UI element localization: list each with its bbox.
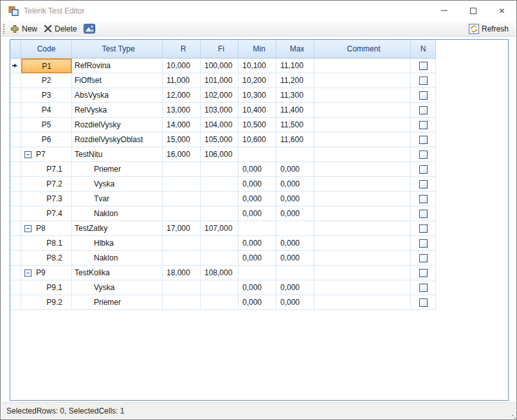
table-row[interactable]: P7.3 Tvar 0,000 0,000: [10, 192, 436, 206]
cell-comment[interactable]: [314, 236, 411, 251]
code-cell[interactable]: P4: [21, 103, 72, 118]
cell-min[interactable]: 0,000: [239, 295, 277, 310]
cell-comment[interactable]: [314, 132, 411, 147]
cell-r[interactable]: 16,000: [163, 147, 201, 162]
n-checkbox[interactable]: [419, 239, 428, 248]
code-cell[interactable]: P5: [21, 118, 72, 132]
cell-max[interactable]: [277, 266, 314, 280]
table-row[interactable]: P7 TestNitu 16,000 106,000: [10, 147, 436, 162]
cell-max[interactable]: 0,000: [277, 177, 314, 192]
n-checkbox[interactable]: [419, 180, 428, 188]
cell-min[interactable]: 0,000: [239, 177, 277, 192]
code-cell[interactable]: P3: [21, 88, 72, 103]
header-fi[interactable]: Fi: [201, 40, 239, 59]
code-cell[interactable]: P7.1: [21, 162, 72, 177]
table-row[interactable]: P2 FiOffset 11,000 101,000 10,200 11,200: [10, 73, 436, 88]
n-checkbox[interactable]: [419, 298, 428, 307]
cell-r[interactable]: [163, 280, 201, 295]
cell-fi[interactable]: 102,000: [201, 88, 239, 103]
table-row[interactable]: P7.4 Naklon 0,000 0,000: [10, 206, 436, 221]
cell-test-type[interactable]: Vyska: [72, 177, 163, 192]
code-cell[interactable]: P7.4: [21, 206, 72, 221]
row-header-cell[interactable]: [10, 59, 21, 73]
cell-max[interactable]: 11,400: [277, 103, 314, 118]
header-n[interactable]: N: [411, 40, 436, 59]
row-header-cell[interactable]: [10, 280, 21, 295]
cell-test-type[interactable]: Naklon: [72, 251, 163, 266]
cell-comment[interactable]: [314, 73, 411, 88]
cell-min[interactable]: 10,300: [239, 88, 277, 103]
toolbar-grip[interactable]: [3, 24, 5, 34]
row-header-cell[interactable]: [10, 192, 21, 206]
cell-fi[interactable]: [201, 162, 239, 177]
cell-min[interactable]: 10,400: [239, 103, 277, 118]
cell-r[interactable]: 13,000: [163, 103, 201, 118]
cell-min[interactable]: 0,000: [239, 206, 277, 221]
header-test-type[interactable]: Test Type: [72, 40, 163, 59]
code-cell[interactable]: P8.1: [21, 236, 72, 251]
code-cell[interactable]: P9: [21, 266, 72, 280]
cell-fi[interactable]: 108,000: [201, 266, 239, 280]
table-row[interactable]: P7.2 Vyska 0,000 0,000: [10, 177, 436, 192]
collapse-icon[interactable]: [24, 225, 32, 232]
cell-min[interactable]: 0,000: [239, 236, 277, 251]
cell-fi[interactable]: [201, 206, 239, 221]
code-cell[interactable]: P2: [21, 73, 72, 88]
cell-comment[interactable]: [314, 295, 411, 310]
cell-test-type[interactable]: Hlbka: [72, 236, 163, 251]
delete-button[interactable]: Delete: [41, 23, 80, 35]
code-cell[interactable]: P7.3: [21, 192, 72, 206]
code-cell[interactable]: P8.2: [21, 251, 72, 266]
cell-comment[interactable]: [314, 177, 411, 192]
cell-fi[interactable]: 103,000: [201, 103, 239, 118]
minimize-button[interactable]: [430, 1, 458, 21]
cell-r[interactable]: 11,000: [163, 73, 201, 88]
cell-min[interactable]: 0,000: [239, 162, 277, 177]
close-button[interactable]: ✕: [487, 1, 516, 21]
title-bar[interactable]: Telerik Test Editor ✕: [1, 1, 516, 21]
cell-fi[interactable]: 107,000: [201, 221, 239, 236]
cell-test-type[interactable]: TestNitu: [72, 147, 163, 162]
cell-min[interactable]: 0,000: [239, 280, 277, 295]
n-checkbox[interactable]: [419, 106, 428, 114]
cell-fi[interactable]: 106,000: [201, 147, 239, 162]
cell-test-type[interactable]: Vyska: [72, 280, 163, 295]
code-cell[interactable]: P9.1: [21, 280, 72, 295]
cell-r[interactable]: [163, 206, 201, 221]
cell-min[interactable]: [239, 147, 277, 162]
cell-fi[interactable]: [201, 280, 239, 295]
table-row[interactable]: P8.1 Hlbka 0,000 0,000: [10, 236, 436, 251]
cell-comment[interactable]: [314, 88, 411, 103]
row-header-cell[interactable]: [10, 177, 21, 192]
code-cell[interactable]: P8: [21, 221, 72, 236]
table-row[interactable]: P7.1 Priemer 0,000 0,000: [10, 162, 436, 177]
cell-fi[interactable]: [201, 192, 239, 206]
cell-comment[interactable]: [314, 118, 411, 132]
code-cell[interactable]: P6: [21, 132, 72, 147]
cell-min[interactable]: 0,000: [239, 192, 277, 206]
row-header-cell[interactable]: [10, 206, 21, 221]
cell-r[interactable]: 15,000: [163, 132, 201, 147]
cell-r[interactable]: 14,000: [163, 118, 201, 132]
header-min[interactable]: Min: [239, 40, 277, 59]
cell-test-type[interactable]: RelVyska: [72, 103, 163, 118]
n-checkbox[interactable]: [419, 62, 428, 70]
cell-min[interactable]: 10,200: [239, 73, 277, 88]
cell-test-type[interactable]: TestZatky: [72, 221, 163, 236]
row-header-cell[interactable]: [10, 295, 21, 310]
cell-fi[interactable]: 104,000: [201, 118, 239, 132]
cell-max[interactable]: 0,000: [277, 206, 314, 221]
cell-test-type[interactable]: RozdielVyskyOblast: [72, 132, 163, 147]
row-header-cell[interactable]: [10, 103, 21, 118]
row-header-cell[interactable]: [10, 162, 21, 177]
cell-comment[interactable]: [314, 280, 411, 295]
cell-min[interactable]: [239, 266, 277, 280]
table-row[interactable]: P9.1 Vyska 0,000 0,000: [10, 280, 436, 295]
code-cell[interactable]: P7: [21, 147, 72, 162]
cell-fi[interactable]: 101,000: [201, 73, 239, 88]
table-row[interactable]: P6 RozdielVyskyOblast 15,000 105,000 10,…: [10, 132, 436, 147]
cell-fi[interactable]: [201, 295, 239, 310]
table-row[interactable]: P1 RefRovina 10,000 100,000 10,100 11,10…: [10, 59, 436, 73]
cell-min[interactable]: 10,600: [239, 132, 277, 147]
row-header-cell[interactable]: [10, 266, 21, 280]
